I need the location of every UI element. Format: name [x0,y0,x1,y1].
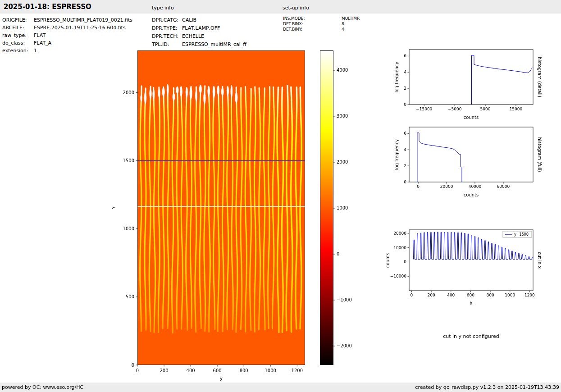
histogram_full-ytick-label: 2 [404,164,406,168]
cut_x-ytick-label: −10000 [390,274,406,278]
footer-left-text: powered by QC: www.eso.org/HC [2,384,83,390]
raw-image-ylabel: Y [111,206,116,210]
histogram_detail-ytick-label: 4 [404,70,406,74]
cut_x-ytick-label: 20000 [393,231,406,236]
raw-image-xtick-label: 800 [240,368,248,373]
cut_x-xtick-label: 1200 [525,293,535,297]
plot-shape [138,51,305,365]
histogram_detail-right-label: histogram (detail) [537,57,542,97]
plot-shape [320,51,333,365]
histogram_full-xtick-label: 0 [417,184,420,189]
cut_x-xtick-label: 0 [410,293,413,297]
histogram_full-right-label: histogram (full) [537,137,542,172]
colorbar-tick-label: 0 [337,251,339,256]
histogram_detail-ytick-label: 6 [404,54,406,58]
histogram_detail-ytick-label: 0 [404,102,406,107]
histogram_detail-frame [409,50,533,105]
histogram_detail-ytick-label: 2 [404,86,406,91]
histogram_detail-series-line [472,55,533,105]
cut_x-xlabel: X [470,301,473,306]
raw-image-xtick-label: 200 [160,368,169,373]
histogram_detail-xlabel: counts [464,115,479,120]
histogram_detail-ylabel: log frequency [394,62,399,93]
footer-right-text: created by qc_rawdisp.py v1.2.3 on 2025-… [415,384,559,390]
colorbar-tick-label: −1000 [337,297,352,302]
raw-image-ytick-label: 500 [126,294,134,299]
raw-image-xlabel: X [220,377,223,382]
cut_x-xtick-label: 1000 [505,293,515,297]
qc-report-page: 2025-01-18: ESPRESSO type info set-up in… [0,0,561,392]
colorbar-tick-label: −2000 [337,343,352,348]
histogram_detail-xtick-label: 5000 [480,107,491,111]
histogram_full-ytick-label: 4 [404,147,406,152]
histogram_full-ytick-label: 6 [404,131,406,136]
cut_x-xtick-label: 200 [428,293,435,297]
raw-image-xtick-label: 0 [136,368,139,373]
raw-image-xtick-label: 1200 [292,368,303,373]
histogram_full-xtick-label: 20000 [440,184,453,189]
cut_x-ylabel: counts [385,253,390,268]
raw-image-ytick-label: 1000 [123,226,134,231]
histogram_full-frame [409,127,533,182]
raw-image-xtick-label: 1000 [265,368,276,373]
histogram_full-ytick-label: 0 [404,180,406,184]
colorbar-tick-label: 1000 [337,205,348,210]
colorbar-tick-label: 4000 [337,68,348,73]
cut-y-note: cut in y not configured [409,333,533,339]
raw-image-xtick-label: 400 [187,368,195,373]
raw-image-ytick-label: 0 [132,363,134,368]
histogram_detail-xtick-label: −5000 [448,107,462,111]
cut_x-ytick-label: 10000 [393,246,406,250]
histogram_full-series-line [417,133,462,182]
cut_x-ytick-label: 0 [404,260,406,264]
cut_x-xtick-label: 800 [486,293,494,297]
colorbar-tick-label: 3000 [337,114,348,119]
histogram_detail-xtick-label: 15000 [510,107,523,111]
cut_x-xtick-label: 400 [447,293,455,297]
raw-image-ytick-label: 1500 [123,158,134,163]
colorbar-tick-label: 2000 [337,160,348,164]
histogram_full-xtick-label: 60000 [497,184,510,189]
cut_x-legend-label: y=1500 [514,232,529,237]
raw-image-ytick-label: 2000 [123,90,134,95]
cut_x-right-label: cut in x [537,252,542,269]
histogram_full-xtick-label: 40000 [469,184,482,189]
histogram_full-xlabel: counts [464,192,479,197]
histogram_detail-xtick-label: −15000 [416,107,432,111]
footer-bar: powered by QC: www.eso.org/HC created by… [0,383,561,392]
histogram_full-ylabel: log frequency [394,139,399,170]
cut_x-xtick-label: 600 [467,293,474,297]
raw-image-xtick-label: 600 [213,368,222,373]
